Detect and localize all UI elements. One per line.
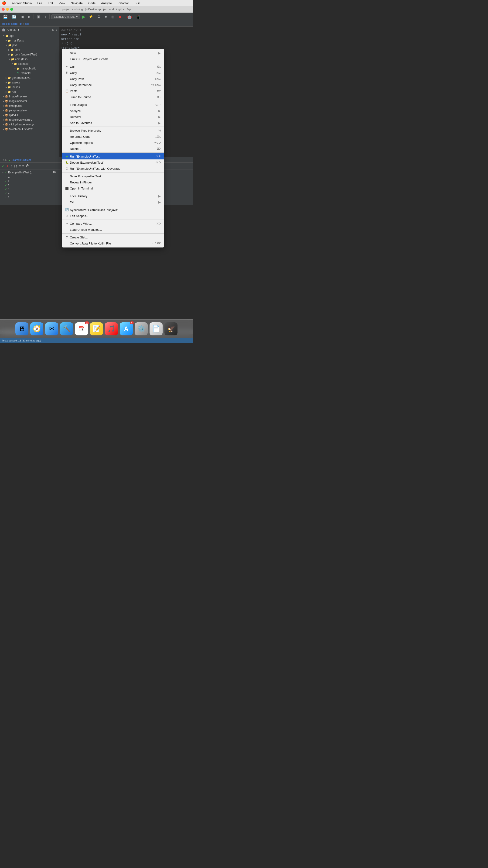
context-menu-item-find-usages[interactable]: Find Usages ⌥F7 — [62, 102, 164, 108]
sidebar-item-magicindicator[interactable]: ▶ 📦 magicindicator — [0, 99, 59, 103]
context-menu-item-git[interactable]: Git ▶ — [62, 199, 164, 205]
device-icon[interactable]: 📱 — [135, 14, 142, 20]
sidebar-item-app[interactable]: ▼ 📁 app — [0, 34, 59, 38]
test-item-c[interactable]: ✓ c — [1, 183, 50, 187]
context-menu-item-compare-with[interactable]: ↔ Compare With... ⌘D — [62, 220, 164, 226]
context-menu-item-load-unload[interactable]: Load/Unload Modules... — [62, 226, 164, 232]
sidebar-sync-icon[interactable]: ⊕ — [52, 28, 54, 31]
context-menu-item-delete[interactable]: Delete... ⌦ — [62, 146, 164, 152]
test-item-suite[interactable]: ▼ ✓ ExampleUnitTest (d — [1, 170, 50, 175]
dock-item-finder[interactable]: 🖥 — [15, 322, 28, 335]
dock-item-calendar[interactable]: 📅 18 — [75, 322, 88, 335]
context-menu-item-link-cpp[interactable]: Link C++ Project with Gradle — [62, 56, 164, 62]
arrow-up-icon[interactable]: ↑ — [43, 14, 47, 20]
context-menu-item-run[interactable]: ▶ Run 'ExampleUnitTest' ^⇧R — [62, 153, 164, 159]
maximize-button[interactable] — [10, 8, 13, 11]
context-menu-item-convert-kotlin[interactable]: Convert Java File to Kotlin File ⌥⇧⌘K — [62, 240, 164, 246]
context-menu-item-local-history[interactable]: Local History ▶ — [62, 193, 164, 199]
sidebar-item-pickphotoview[interactable]: ▶ 📦 pickphotoview — [0, 108, 59, 113]
menu-edit[interactable]: Edit — [47, 1, 54, 5]
menu-build[interactable]: Buil — [133, 1, 140, 5]
minimize-button[interactable] — [6, 8, 9, 11]
sidebar-item-com-test[interactable]: ▼ 📁 com (test) — [0, 57, 59, 62]
run-button[interactable]: ▶ — [82, 14, 86, 19]
context-menu-item-copy-reference[interactable]: Copy Reference ⌥⇧⌘C — [62, 82, 164, 88]
project-view-icon[interactable]: ▣ — [36, 14, 41, 20]
context-menu-item-new[interactable]: New ▶ — [62, 50, 164, 56]
breadcrumb-app[interactable]: app — [25, 22, 29, 25]
test-item-b[interactable]: ✓ b — [1, 179, 50, 183]
collapse-icon[interactable]: ≡ — [22, 164, 24, 168]
expand-icon[interactable]: ≡ — [19, 164, 21, 168]
context-menu-item-optimize-imports[interactable]: Optimize Imports ^⌥O — [62, 140, 164, 146]
close-button[interactable] — [2, 8, 5, 11]
test-item-f[interactable]: ✓ f — [1, 195, 50, 198]
forward-icon[interactable]: ▶ — [27, 14, 32, 20]
context-menu-item-run-coverage[interactable]: ⬡ Run 'ExampleUnitTest' with Coverage — [62, 165, 164, 172]
test-item-e[interactable]: ✓ e — [1, 191, 50, 195]
sidebar-item-qida[interactable]: ▶ 📦 qida4.1 — [0, 113, 59, 118]
sdk-icon[interactable]: 🤖 — [126, 14, 133, 20]
sidebar-item-java[interactable]: ▼ 📁 java — [0, 43, 59, 48]
context-menu-item-create-gist[interactable]: ⬡ Create Gist... — [62, 234, 164, 240]
test-item-a[interactable]: ✓ a — [1, 175, 50, 179]
save-icon[interactable]: 💾 — [2, 14, 9, 20]
menu-refactor[interactable]: Refactor — [117, 1, 130, 5]
menu-android-studio[interactable]: Android Studio — [11, 1, 33, 5]
context-menu-item-debug[interactable]: 🐛 Debug 'ExampleUnitTest' ^⇧D — [62, 159, 164, 165]
apple-logo-icon[interactable]: 🍎 — [2, 1, 6, 5]
dock-item-mail[interactable]: ✉ — [45, 322, 58, 335]
sidebar-item-com-androidtest[interactable]: ▶ 📁 com (androidTest) — [0, 52, 59, 57]
test-item-d[interactable]: ✓ d — [1, 187, 50, 191]
settings-icon[interactable]: ⚙ — [96, 14, 102, 20]
sidebar-item-myapplication[interactable]: ▼ 📁 myapplicatio — [0, 66, 59, 71]
rerun-icon[interactable]: ↕ — [10, 164, 12, 168]
context-menu-item-browse-type-hierarchy[interactable]: Browse Type Hierarchy ^H — [62, 127, 164, 133]
context-menu-item-refactor[interactable]: Refactor ▶ — [62, 114, 164, 120]
context-menu-item-save[interactable]: Save 'ExampleUnitTest' — [62, 173, 164, 179]
sidebar-item-exampleunit[interactable]: C ExampleU — [0, 71, 59, 75]
coverage-icon[interactable]: ◎ — [110, 14, 116, 20]
refresh-icon[interactable]: 🔄 — [11, 14, 18, 20]
dock-item-appstore[interactable]: A 6 — [120, 322, 133, 335]
sidebar-item-com[interactable]: ▶ 📁 com — [0, 48, 59, 52]
sidebar-item-stickyheaders[interactable]: ▶ 📦 sticky-headers-recycl — [0, 122, 59, 127]
dock-item-app2[interactable]: 🦅 — [164, 322, 177, 335]
sidebar-item-manifests[interactable]: ▶ 📁 manifests — [0, 38, 59, 43]
context-menu-item-jump-to-source[interactable]: Jump to Source ⌘↓ — [62, 94, 164, 100]
context-menu-item-add-to-favorites[interactable]: Add to Favorites ▶ — [62, 120, 164, 126]
menu-navigate[interactable]: Navigate — [70, 1, 84, 5]
sidebar-item-recyclerviewlibrary[interactable]: ▶ 📦 recyclerviewlibrary — [0, 118, 59, 122]
sidebar-item-res[interactable]: ▶ 📁 res — [0, 90, 59, 94]
sidebar-sort-icon[interactable]: ≡ — [56, 28, 57, 31]
context-menu-item-copy[interactable]: ⎘ Copy ⌘C — [62, 70, 164, 76]
context-menu-item-copy-path[interactable]: Copy Path ⇧⌘C — [62, 76, 164, 82]
context-menu-item-analyze[interactable]: Analyze ▶ — [62, 108, 164, 114]
dock-item-xcode[interactable]: 🔨 — [60, 322, 73, 335]
profile-icon[interactable]: ● — [104, 14, 108, 20]
menu-file[interactable]: File — [36, 1, 43, 5]
context-menu-item-reformat-code[interactable]: Reformat Code ⌥⌘L — [62, 133, 164, 140]
dock-item-safari[interactable]: 🧭 — [30, 322, 43, 335]
sidebar-item-generatedjava[interactable]: ▶ 📂 generatedJava — [0, 75, 59, 80]
context-menu-item-reveal-finder[interactable]: Reveal in Finder — [62, 179, 164, 185]
stop-icon[interactable]: ■ — [118, 14, 122, 20]
menu-code[interactable]: Code — [87, 1, 96, 5]
context-menu-item-edit-scopes[interactable]: ◎ Edit Scopes... — [62, 213, 164, 219]
sort-icon[interactable]: ↓↑ — [13, 164, 17, 168]
sidebar-item-swinmenu[interactable]: ▶ 📦 SwinMenuListView — [0, 127, 59, 131]
dock-item-music[interactable]: 🎵 — [105, 322, 118, 335]
context-menu-item-paste[interactable]: 📋 Paste ⌘V — [62, 88, 164, 94]
dock-item-notes[interactable]: 📝 — [90, 322, 103, 335]
menu-analyze[interactable]: Analyze — [100, 1, 113, 5]
breadcrumb-project[interactable]: project_androi_git — [2, 22, 22, 25]
sidebar-item-jnilibs[interactable]: ▶ 📁 jniLibs — [0, 85, 59, 90]
run-tab-label[interactable]: ExampleUnitTest — [11, 158, 31, 161]
flash-icon[interactable]: ⚡ — [87, 14, 94, 20]
sidebar-item-okhttputils[interactable]: ▶ 📦 okhttputils — [0, 103, 59, 108]
sidebar-item-example[interactable]: ▼ 📁 example — [0, 62, 59, 66]
run-config-selector[interactable]: ExampleUnitTest ▼ — [52, 14, 80, 19]
sidebar-item-imagepreview[interactable]: ▶ 📦 ImagePreview — [0, 94, 59, 99]
menu-view[interactable]: View — [58, 1, 66, 5]
dock-item-settings[interactable]: ⚙️ — [135, 322, 148, 335]
